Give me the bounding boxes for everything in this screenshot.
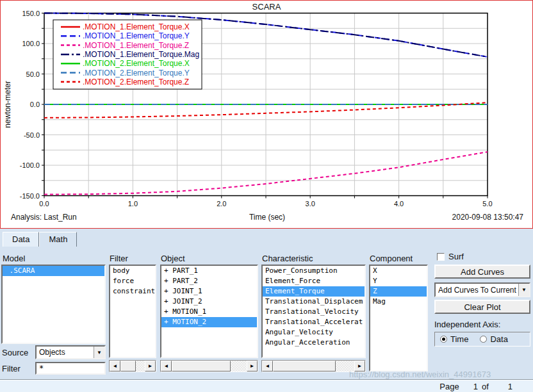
svg-text:.MOTION_1.Element_Torque.Z: .MOTION_1.Element_Torque.Z	[83, 41, 189, 50]
svg-text:.MOTION_2.Element_Torque.Z: .MOTION_2.Element_Torque.Z	[83, 78, 189, 86]
component-list[interactable]: XYZMag	[369, 265, 428, 372]
page-current: 1	[473, 382, 478, 391]
characteristic-list-hscrollbar[interactable]: ◄ ►	[261, 360, 366, 372]
independent-axis-radio-group: Time Data	[434, 332, 530, 347]
model-list[interactable]: .SCARA	[1, 265, 106, 344]
svg-text:.MOTION_2.Element_Torque.X: .MOTION_2.Element_Torque.X	[83, 59, 190, 68]
y-axis-label: newton-meter	[3, 76, 12, 133]
page-total: 1	[508, 382, 512, 391]
object-list-hscrollbar[interactable]: ◄ ►	[160, 360, 258, 372]
source-dropdown[interactable]: Objects ▼	[35, 345, 106, 359]
tab-data[interactable]: Data	[3, 232, 39, 247]
svg-text:2.0: 2.0	[217, 200, 226, 208]
scrollbar-thumb[interactable]	[120, 361, 136, 372]
add-curves-to-value: Add Curves To Current	[436, 286, 518, 295]
scroll-right-icon[interactable]: ►	[354, 361, 365, 372]
independent-axis-label: Independent Axis:	[434, 320, 500, 329]
svg-text:.MOTION_2.Element_Torque.Y: .MOTION_2.Element_Torque.Y	[83, 69, 190, 78]
scroll-right-icon[interactable]: ►	[145, 361, 156, 372]
list-item[interactable]: constraint	[110, 286, 155, 297]
svg-text:-100.0: -100.0	[20, 161, 40, 169]
surf-checkbox-row: Surf	[437, 252, 464, 261]
list-item[interactable]: Angular_Velocity	[263, 327, 365, 338]
list-item[interactable]: Translational_Displacem	[263, 297, 365, 307]
list-item[interactable]: + JOINT_2	[161, 297, 257, 307]
source-label: Source	[2, 348, 28, 357]
list-item[interactable]: Mag	[370, 297, 427, 307]
characteristic-label: Characteristic	[262, 254, 313, 263]
page-label: Page	[439, 382, 459, 391]
list-item[interactable]: Element_Torque	[263, 286, 365, 297]
scrollbar-thumb[interactable]	[172, 361, 231, 372]
scroll-left-icon[interactable]: ◄	[161, 361, 172, 372]
svg-text:.MOTION_1.Element_Torque.Y: .MOTION_1.Element_Torque.Y	[83, 31, 190, 40]
scrollbar-thumb[interactable]	[273, 361, 336, 372]
scrollbar-track[interactable]	[120, 361, 145, 372]
svg-text:-150.0: -150.0	[20, 192, 40, 200]
svg-text:.MOTION_1.Element_Torque.Mag: .MOTION_1.Element_Torque.Mag	[83, 50, 199, 59]
filter-field-label: Filter	[2, 364, 20, 373]
list-item[interactable]: body	[110, 266, 155, 276]
svg-text:50.0: 50.0	[26, 70, 40, 78]
list-item[interactable]: .SCARA	[3, 266, 104, 276]
scroll-left-icon[interactable]: ◄	[110, 361, 120, 372]
characteristic-list[interactable]: Power_ConsumptionElement_ForceElement_To…	[261, 265, 366, 358]
list-item[interactable]: Element_Force	[263, 276, 365, 286]
list-item[interactable]: Power_Consumption	[263, 266, 365, 276]
radio-time[interactable]: Time	[440, 334, 468, 344]
list-item[interactable]: + PART_1	[161, 266, 257, 276]
add-curves-to-dropdown[interactable]: Add Curves To Current ▼	[434, 282, 530, 297]
list-item[interactable]: + MOTION_2	[161, 317, 257, 327]
application-window: 0.01.02.03.04.05.0-150.0-100.0-50.00.050…	[0, 0, 533, 392]
plot-timestamp: 2020-09-08 13:50:47	[452, 213, 523, 222]
scroll-left-icon[interactable]: ◄	[262, 361, 273, 372]
component-label: Component	[370, 254, 413, 263]
list-item[interactable]: + MOTION_1	[161, 307, 257, 317]
list-item[interactable]: Z	[370, 286, 427, 297]
surf-label: Surf	[448, 252, 464, 261]
svg-text:-50.0: -50.0	[24, 131, 40, 139]
radio-selected-icon[interactable]	[440, 336, 447, 343]
svg-text:100.0: 100.0	[22, 40, 40, 47]
chevron-down-icon[interactable]: ▼	[518, 284, 529, 296]
list-item[interactable]: + JOINT_1	[161, 286, 257, 297]
filter-list[interactable]: bodyforceconstraint	[109, 265, 156, 358]
scroll-right-icon[interactable]: ►	[247, 361, 258, 372]
scrollbar-track[interactable]	[273, 361, 354, 372]
scrollbar-track[interactable]	[172, 361, 247, 372]
filter-input[interactable]	[35, 362, 106, 375]
svg-text:.MOTION_1.Element_Torque.X: .MOTION_1.Element_Torque.X	[83, 22, 190, 31]
page-of-label: of	[482, 382, 489, 391]
filter-list-label: Filter	[110, 254, 128, 263]
svg-text:0.0: 0.0	[39, 200, 49, 208]
svg-text:0.0: 0.0	[30, 101, 40, 108]
add-curves-button[interactable]: Add Curves	[434, 265, 530, 279]
svg-text:3.0: 3.0	[306, 200, 315, 208]
tabbar: Data Math	[3, 232, 77, 247]
svg-text:4.0: 4.0	[394, 200, 404, 208]
list-item[interactable]: Angular_Acceleration	[263, 338, 365, 348]
object-list[interactable]: + PART_1+ PART_2+ JOINT_1+ JOINT_2+ MOTI…	[160, 265, 258, 358]
surf-checkbox[interactable]	[437, 253, 445, 261]
list-item[interactable]: + PART_2	[161, 276, 257, 286]
chevron-down-icon[interactable]: ▼	[94, 347, 104, 358]
radio-data[interactable]: Data	[480, 334, 507, 344]
svg-text:1.0: 1.0	[128, 200, 138, 208]
page-indicator: Page 1 of 1	[439, 382, 512, 391]
filter-list-hscrollbar[interactable]: ◄ ►	[109, 360, 156, 372]
list-item[interactable]: Y	[370, 276, 427, 286]
svg-text:5.0: 5.0	[482, 200, 492, 208]
object-label: Object	[161, 254, 185, 263]
status-bar: Page 1 of 1	[0, 379, 533, 392]
clear-plot-button[interactable]: Clear Plot	[434, 300, 530, 314]
list-item[interactable]: force	[110, 276, 155, 286]
plot-panel[interactable]: 0.01.02.03.04.05.0-150.0-100.0-50.00.050…	[0, 0, 533, 229]
radio-data-label: Data	[490, 334, 507, 344]
list-item[interactable]: X	[370, 266, 427, 276]
list-item[interactable]: Translational_Accelerat	[263, 317, 365, 327]
plot-title: SCARA	[1, 2, 532, 12]
list-item[interactable]: Translational_Velocity	[263, 307, 365, 317]
data-math-panel: Data Math Model Filter Object Characteri…	[0, 229, 533, 379]
radio-unselected-icon[interactable]	[480, 336, 487, 343]
tab-math[interactable]: Math	[39, 232, 77, 247]
